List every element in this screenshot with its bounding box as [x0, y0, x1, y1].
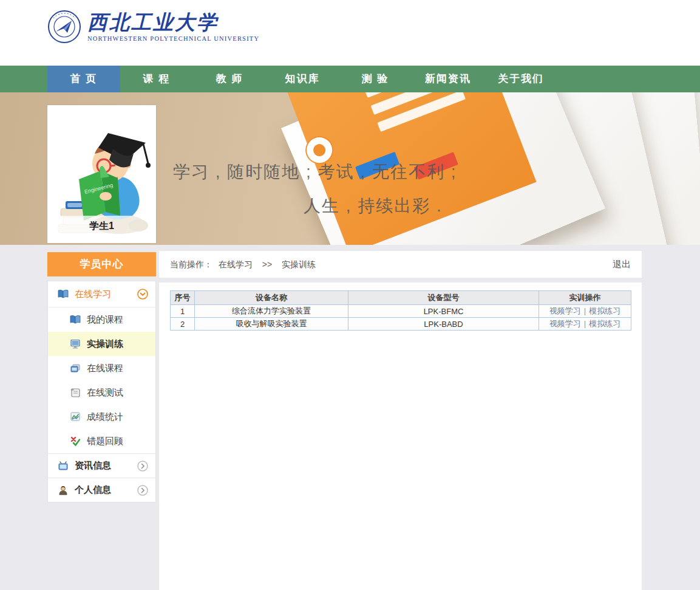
sidebar-item-label: 我的课程	[87, 314, 123, 326]
cell-operations: 视频学习|模拟练习	[539, 305, 631, 318]
sidebar-item-news-info[interactable]: 资讯信息	[48, 453, 155, 478]
sidebar-item-label: 在线课程	[87, 363, 123, 374]
sidebar-item-label: 成绩统计	[87, 411, 123, 423]
cell-equipment-model: LPK-BABD	[348, 318, 539, 331]
sidebar-menu: 在线学习 我的课程 实操训练	[47, 281, 156, 503]
university-name-en: NORTHWESTERN POLYTECHNICAL UNIVERSITY	[87, 35, 259, 42]
nav-tab-about[interactable]: 关于我们	[484, 66, 557, 92]
col-header-training-operation: 实训操作	[539, 291, 631, 305]
breadcrumb-separator: >>	[262, 259, 272, 269]
col-header-index: 序号	[171, 291, 195, 305]
video-learning-link[interactable]: 视频学习	[549, 306, 581, 315]
university-name-cn: 西北工业大学	[87, 12, 259, 33]
operation-separator: |	[584, 319, 586, 328]
table-row: 1 综合流体力学实验装置 LPK-BFMC 视频学习|模拟练习	[171, 305, 631, 318]
site-header: 西北工业大学 NORTHWESTERN POLYTECHNICAL UNIVER…	[0, 0, 700, 66]
breadcrumb: 当前操作： 在线学习 >> 实操训练 退出	[159, 251, 642, 278]
nav-tab-courses[interactable]: 课 程	[120, 66, 193, 92]
nav-tab-news[interactable]: 新闻资讯	[412, 66, 484, 92]
sidebar-item-online-test[interactable]: 在线测试	[48, 380, 155, 405]
video-learning-link[interactable]: 视频学习	[549, 319, 581, 328]
sidebar-item-label: 错题回顾	[87, 436, 123, 447]
cell-index: 1	[171, 305, 195, 318]
sidebar-item-label: 资讯信息	[75, 460, 111, 472]
chevron-right-icon	[137, 461, 148, 472]
monitor-icon	[70, 338, 81, 349]
sidebar-item-score-statistics[interactable]: 成绩统计	[48, 405, 155, 429]
simulation-practice-link[interactable]: 模拟练习	[589, 306, 620, 315]
sidebar-item-label: 在线学习	[75, 289, 111, 300]
open-book-icon	[58, 289, 69, 300]
col-header-equipment-name: 设备名称	[195, 291, 348, 305]
university-emblem-icon	[47, 10, 81, 44]
sidebar-item-label: 实操训练	[87, 338, 123, 350]
sidebar-item-online-courses[interactable]: 在线课程	[48, 356, 155, 380]
cell-operations: 视频学习|模拟练习	[539, 318, 631, 331]
sidebar-item-personal-info[interactable]: 个人信息	[48, 478, 155, 502]
windows-stack-icon	[70, 363, 81, 374]
col-header-equipment-model: 设备型号	[348, 291, 539, 305]
breadcrumb-prefix: 当前操作：	[170, 259, 212, 269]
university-logo: 西北工业大学 NORTHWESTERN POLYTECHNICAL UNIVER…	[47, 10, 259, 44]
x-check-icon	[70, 436, 81, 447]
sidebar-item-label: 个人信息	[75, 484, 111, 496]
nav-tab-knowledge-base[interactable]: 知识库	[266, 66, 339, 92]
content-panel: 序号 设备名称 设备型号 实训操作 1 综合流体力学实验装置 LPK-BFMC …	[159, 283, 642, 590]
chevron-down-icon	[137, 289, 148, 300]
operation-separator: |	[584, 306, 586, 315]
student-avatar-card: Engineering 学生1	[47, 105, 156, 243]
breadcrumb-section: 在线学习	[219, 259, 253, 269]
main-content: 当前操作： 在线学习 >> 实操训练 退出 序号 设备名称 设备型号 实训操作 …	[159, 251, 642, 590]
nav-tab-tests[interactable]: 测 验	[339, 66, 412, 92]
sidebar-item-practical-training[interactable]: 实操训练	[48, 332, 155, 356]
chart-icon	[70, 411, 81, 422]
nav-tab-home[interactable]: 首 页	[47, 66, 120, 92]
sidebar-item-label: 在线测试	[87, 387, 123, 399]
logout-button[interactable]: 退出	[613, 251, 631, 278]
student-name-label: 学生1	[47, 216, 156, 236]
banner-slogan-line2: 人生 , 持续出彩 .	[304, 194, 443, 218]
main-nav: 首 页 课 程 教 师 知识库 测 验 新闻资讯 关于我们	[0, 66, 700, 92]
breadcrumb-current-page: 实操训练	[282, 259, 316, 269]
chevron-right-icon	[137, 485, 148, 496]
sidebar-item-my-courses[interactable]: 我的课程	[48, 307, 155, 332]
sidebar-item-wrong-question-review[interactable]: 错题回顾	[48, 429, 155, 453]
table-header-row: 序号 设备名称 设备型号 实训操作	[171, 291, 631, 305]
equipment-table: 序号 设备名称 设备型号 实训操作 1 综合流体力学实验装置 LPK-BFMC …	[170, 290, 631, 331]
hero-banner: 学习 , 随时随地 ; 考试 , 无往不利 ; 人生 , 持续出彩 .	[0, 92, 700, 245]
simulation-practice-link[interactable]: 模拟练习	[589, 319, 620, 328]
cell-equipment-name: 综合流体力学实验装置	[195, 305, 348, 318]
cell-index: 2	[171, 318, 195, 331]
sidebar-item-online-learning[interactable]: 在线学习	[48, 281, 155, 307]
cell-equipment-name: 吸收与解吸实验装置	[195, 318, 348, 331]
nav-tab-teachers[interactable]: 教 师	[193, 66, 266, 92]
person-icon	[58, 485, 69, 496]
sidebar-title: 学员中心	[47, 252, 156, 276]
scroll-icon	[70, 387, 81, 398]
open-book-icon	[70, 314, 81, 325]
table-row: 2 吸收与解吸实验装置 LPK-BABD 视频学习|模拟练习	[171, 318, 631, 331]
student-center-sidebar: 学员中心 在线学习 我的课程	[47, 252, 156, 503]
banner-slogan-line1: 学习 , 随时随地 ; 考试 , 无往不利 ;	[173, 160, 457, 184]
cell-equipment-model: LPK-BFMC	[348, 305, 539, 318]
tv-icon	[58, 461, 69, 472]
